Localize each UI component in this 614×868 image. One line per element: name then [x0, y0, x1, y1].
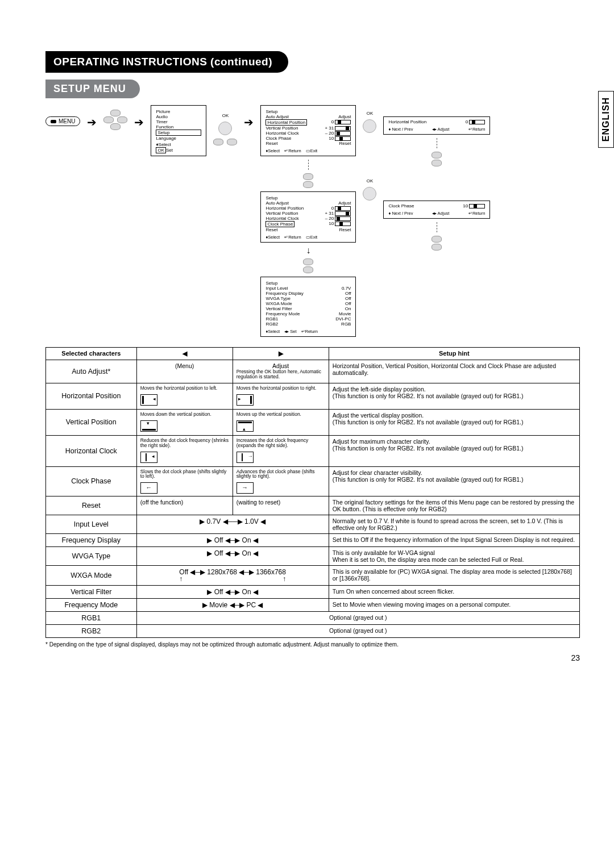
- cell-right: Advances the dot clock phase (shifts sli…: [233, 466, 329, 496]
- cell-hint: The original factory settings for the it…: [329, 496, 579, 515]
- osd-row-name: Reset: [265, 141, 277, 146]
- range-cell: ▶ 0.7V ◀──▶ 1.0V ◀: [136, 515, 329, 534]
- row-name: RGB1: [46, 612, 137, 625]
- shift-up-icon: ▴: [237, 420, 254, 432]
- osd-row-val: Reset: [339, 141, 351, 146]
- menu-item-highlighted: Setup: [156, 130, 201, 136]
- menu-button-icon: MENU: [45, 116, 80, 126]
- phase-left-icon: ←: [140, 482, 157, 494]
- table-row: Input Level ▶ 0.7V ◀──▶ 1.0V ◀ Normally …: [46, 515, 580, 534]
- setup-osd-middle: Setup Auto AdjustAdjust Horizontal Posit…: [260, 191, 356, 243]
- cell-right: Increases the dot clock frequency (expan…: [233, 435, 329, 466]
- osd-title: Setup: [265, 109, 351, 114]
- subsection-title: SETUP MENU: [45, 80, 140, 98]
- setup-osd-top: Setup Auto AdjustAdjust Horizontal Posit…: [260, 105, 356, 156]
- dashed-connector: [308, 160, 309, 170]
- adj-foot: Next / Prev: [392, 211, 413, 216]
- phase-right-icon: →: [237, 482, 254, 494]
- adj-val: 0: [466, 119, 468, 124]
- gray-cell: Optional (grayed out ): [136, 612, 579, 625]
- osd-foot: Select: [268, 235, 280, 240]
- osd-row-val: 0.7V: [342, 286, 351, 291]
- row-name: Reset: [46, 496, 137, 515]
- range-cell: ▶ Off ◀─▶ On ◀: [136, 534, 329, 547]
- range-cell: ▶ Off ◀─▶ On ◀: [136, 586, 329, 599]
- row-name: RGB2: [46, 625, 137, 638]
- cell-right: Adjust Pressing the OK button here, Auto…: [233, 360, 329, 383]
- main-menu-osd: Picture Audio Timer Function Setup Langu…: [151, 105, 206, 156]
- dashed-connector: [437, 222, 437, 232]
- osd-row-val: 10: [329, 136, 334, 141]
- row-name: Horizontal Clock: [46, 435, 137, 466]
- osd-row-name: Input Level: [265, 286, 288, 291]
- osd-row-val: Off: [345, 291, 351, 296]
- row-name: Horizontal Position: [46, 383, 137, 409]
- range-cell: ▶ Movie ◀─▶ PC ◀: [136, 599, 329, 612]
- osd-row-name: RGB2: [265, 322, 278, 327]
- table-row: RGB1 Optional (grayed out ): [46, 612, 580, 625]
- adj-foot: Next / Prev: [392, 127, 413, 132]
- cell-hint: Normally set to 0.7 V. If white is found…: [329, 515, 579, 534]
- page-number: 23: [45, 653, 580, 662]
- osd-row-name: Horizontal Position: [265, 206, 304, 211]
- osd-foot: Exit: [310, 235, 318, 240]
- arrow-icon: ➔: [134, 115, 144, 129]
- col-left-arrow: ◀: [136, 348, 233, 360]
- ok-box: OK: [156, 147, 166, 153]
- row-name: WVGA Type: [46, 547, 137, 566]
- ok-button-icon: [218, 122, 232, 135]
- cell-hint: Turn On when concerned about screen flic…: [329, 586, 579, 599]
- table-row: RGB2 Optional (grayed out ): [46, 625, 580, 638]
- osd-row-val: 0: [331, 119, 334, 124]
- cell-left: Slows the dot clock phase (shifts slight…: [136, 466, 233, 496]
- cell-hint: Adjust the vertical display position. (T…: [329, 409, 579, 435]
- cell-text: Reduces the dot clock frequency (shrinks…: [140, 438, 229, 448]
- adj-val: 10: [463, 203, 468, 208]
- osd-row-name: Reset: [265, 227, 277, 232]
- col-hint: Setup hint: [329, 348, 579, 360]
- col-selected: Selected characters: [46, 348, 137, 360]
- row-name: Vertical Position: [46, 409, 137, 435]
- osd-foot: Set: [290, 329, 296, 334]
- osd-row-val: Movie: [339, 311, 351, 316]
- osd-row-name: Vertical Position: [265, 126, 298, 131]
- cell-left: (Menu): [136, 360, 233, 383]
- cell-left: Moves down the vertical position. ▾: [136, 409, 233, 435]
- osd-row-name: Frequency Display: [265, 291, 303, 296]
- row-name: Clock Phase: [46, 466, 137, 496]
- osd-row-name: Clock Phase: [265, 221, 294, 227]
- cell-right: (waiting to reset): [233, 496, 329, 515]
- table-row: Frequency Mode ▶ Movie ◀─▶ PC ◀ Set to M…: [46, 599, 580, 612]
- osd-row-name: Clock Phase: [265, 136, 291, 141]
- row-name: Input Level: [46, 515, 137, 534]
- osd-foot: Select: [268, 148, 280, 153]
- cell-left: (off the function): [136, 496, 233, 515]
- osd-foot: Return: [288, 235, 301, 240]
- setup-osd-bottom: Setup Input Level0.7V Frequency DisplayO…: [260, 277, 356, 337]
- table-row: WVGA Type ▶ Off ◀─▶ On ◀ This is only av…: [46, 547, 580, 566]
- osd-row-val: DVI-PC: [335, 316, 351, 322]
- table-row: Vertical Position Moves down the vertica…: [46, 409, 580, 435]
- osd-row-val: Reset: [339, 227, 351, 232]
- osd-row-name: RGB1: [265, 316, 278, 322]
- cell-right: Moves the horizontal position to right. …: [233, 383, 329, 409]
- osd-row-name: Horizontal Clock: [265, 216, 298, 221]
- osd-row-name: Horizontal Position: [265, 119, 307, 126]
- cell-text: Increases the dot clock frequency (expan…: [237, 438, 325, 448]
- cell-hint: Set to Movie when viewing moving images …: [329, 599, 579, 612]
- down-arrow-icon: ↓: [306, 246, 310, 255]
- cell-text: Moves the horizontal position to right.: [237, 386, 325, 391]
- ok-label: OK: [222, 113, 229, 118]
- table-row: Auto Adjust* (Menu) Adjust Pressing the …: [46, 360, 580, 383]
- row-name: Vertical Filter: [46, 586, 137, 599]
- osd-row-val: Adjust: [338, 201, 351, 206]
- osd-row-name: Auto Adjust: [265, 114, 288, 119]
- osd-flow-diagram: MENU ➔ ➔ Picture Audio Timer Function Se…: [45, 105, 580, 337]
- osd-row-name: Frequency Mode: [265, 311, 300, 316]
- adj-name: Horizontal Position: [388, 119, 426, 124]
- section-title: OPERATING INSTRUCTIONS (continued): [45, 51, 288, 73]
- gray-cell: Optional (grayed out ): [136, 625, 579, 638]
- osd-title: Setup: [265, 195, 351, 201]
- table-row: Horizontal Position Moves the horizontal…: [46, 383, 580, 409]
- osd-row-val: + 31: [325, 126, 334, 131]
